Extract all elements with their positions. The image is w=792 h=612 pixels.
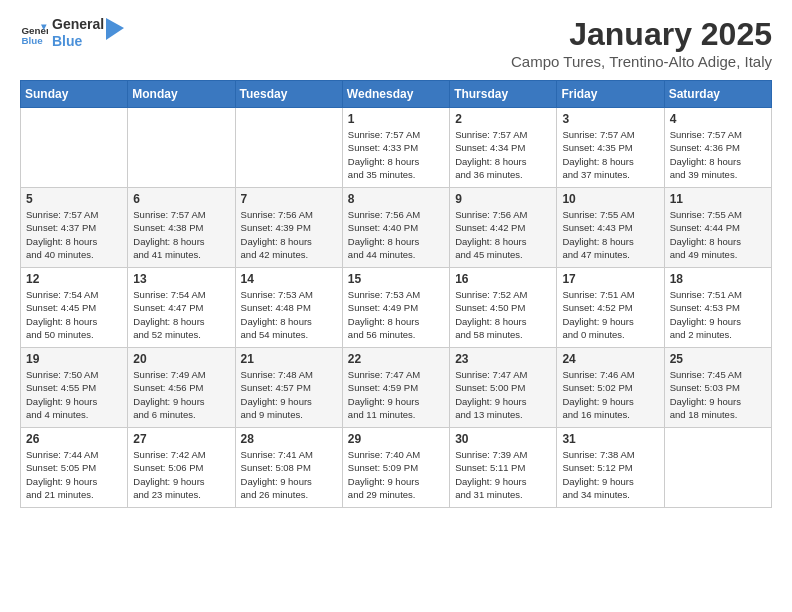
day-info: Sunrise: 7:49 AM Sunset: 4:56 PM Dayligh… (133, 368, 229, 421)
day-info: Sunrise: 7:47 AM Sunset: 5:00 PM Dayligh… (455, 368, 551, 421)
calendar-cell: 4Sunrise: 7:57 AM Sunset: 4:36 PM Daylig… (664, 108, 771, 188)
day-info: Sunrise: 7:48 AM Sunset: 4:57 PM Dayligh… (241, 368, 337, 421)
col-header-tuesday: Tuesday (235, 81, 342, 108)
day-number: 3 (562, 112, 658, 126)
calendar-cell: 16Sunrise: 7:52 AM Sunset: 4:50 PM Dayli… (450, 268, 557, 348)
logo-icon: General Blue (20, 19, 48, 47)
day-number: 30 (455, 432, 551, 446)
day-number: 8 (348, 192, 444, 206)
day-info: Sunrise: 7:51 AM Sunset: 4:52 PM Dayligh… (562, 288, 658, 341)
day-number: 26 (26, 432, 122, 446)
calendar-cell: 5Sunrise: 7:57 AM Sunset: 4:37 PM Daylig… (21, 188, 128, 268)
day-info: Sunrise: 7:54 AM Sunset: 4:47 PM Dayligh… (133, 288, 229, 341)
calendar-cell: 23Sunrise: 7:47 AM Sunset: 5:00 PM Dayli… (450, 348, 557, 428)
svg-marker-3 (106, 18, 124, 40)
day-info: Sunrise: 7:57 AM Sunset: 4:34 PM Dayligh… (455, 128, 551, 181)
calendar-cell: 11Sunrise: 7:55 AM Sunset: 4:44 PM Dayli… (664, 188, 771, 268)
calendar-cell: 8Sunrise: 7:56 AM Sunset: 4:40 PM Daylig… (342, 188, 449, 268)
day-info: Sunrise: 7:57 AM Sunset: 4:38 PM Dayligh… (133, 208, 229, 261)
calendar-cell: 7Sunrise: 7:56 AM Sunset: 4:39 PM Daylig… (235, 188, 342, 268)
day-info: Sunrise: 7:56 AM Sunset: 4:39 PM Dayligh… (241, 208, 337, 261)
header: General Blue General Blue January 2025 C… (20, 16, 772, 70)
day-number: 14 (241, 272, 337, 286)
col-header-sunday: Sunday (21, 81, 128, 108)
col-header-friday: Friday (557, 81, 664, 108)
calendar-cell: 24Sunrise: 7:46 AM Sunset: 5:02 PM Dayli… (557, 348, 664, 428)
day-info: Sunrise: 7:38 AM Sunset: 5:12 PM Dayligh… (562, 448, 658, 501)
day-info: Sunrise: 7:53 AM Sunset: 4:48 PM Dayligh… (241, 288, 337, 341)
day-number: 24 (562, 352, 658, 366)
calendar-cell: 6Sunrise: 7:57 AM Sunset: 4:38 PM Daylig… (128, 188, 235, 268)
day-number: 10 (562, 192, 658, 206)
day-info: Sunrise: 7:39 AM Sunset: 5:11 PM Dayligh… (455, 448, 551, 501)
calendar-week-row: 26Sunrise: 7:44 AM Sunset: 5:05 PM Dayli… (21, 428, 772, 508)
day-info: Sunrise: 7:55 AM Sunset: 4:43 PM Dayligh… (562, 208, 658, 261)
logo-blue: Blue (52, 33, 104, 50)
day-number: 12 (26, 272, 122, 286)
calendar-header-row: SundayMondayTuesdayWednesdayThursdayFrid… (21, 81, 772, 108)
day-info: Sunrise: 7:53 AM Sunset: 4:49 PM Dayligh… (348, 288, 444, 341)
day-number: 18 (670, 272, 766, 286)
day-info: Sunrise: 7:56 AM Sunset: 4:40 PM Dayligh… (348, 208, 444, 261)
calendar-cell: 10Sunrise: 7:55 AM Sunset: 4:43 PM Dayli… (557, 188, 664, 268)
day-number: 21 (241, 352, 337, 366)
calendar-cell: 21Sunrise: 7:48 AM Sunset: 4:57 PM Dayli… (235, 348, 342, 428)
day-number: 17 (562, 272, 658, 286)
day-info: Sunrise: 7:54 AM Sunset: 4:45 PM Dayligh… (26, 288, 122, 341)
calendar-week-row: 5Sunrise: 7:57 AM Sunset: 4:37 PM Daylig… (21, 188, 772, 268)
calendar-week-row: 19Sunrise: 7:50 AM Sunset: 4:55 PM Dayli… (21, 348, 772, 428)
day-number: 4 (670, 112, 766, 126)
day-info: Sunrise: 7:56 AM Sunset: 4:42 PM Dayligh… (455, 208, 551, 261)
day-info: Sunrise: 7:46 AM Sunset: 5:02 PM Dayligh… (562, 368, 658, 421)
day-info: Sunrise: 7:57 AM Sunset: 4:37 PM Dayligh… (26, 208, 122, 261)
logo: General Blue General Blue (20, 16, 124, 50)
calendar-week-row: 1Sunrise: 7:57 AM Sunset: 4:33 PM Daylig… (21, 108, 772, 188)
calendar-cell: 29Sunrise: 7:40 AM Sunset: 5:09 PM Dayli… (342, 428, 449, 508)
day-number: 13 (133, 272, 229, 286)
title-area: January 2025 Campo Tures, Trentino-Alto … (511, 16, 772, 70)
col-header-saturday: Saturday (664, 81, 771, 108)
day-info: Sunrise: 7:50 AM Sunset: 4:55 PM Dayligh… (26, 368, 122, 421)
calendar-cell: 28Sunrise: 7:41 AM Sunset: 5:08 PM Dayli… (235, 428, 342, 508)
logo-triangle-icon (106, 18, 124, 40)
day-number: 19 (26, 352, 122, 366)
calendar-cell: 26Sunrise: 7:44 AM Sunset: 5:05 PM Dayli… (21, 428, 128, 508)
day-info: Sunrise: 7:57 AM Sunset: 4:36 PM Dayligh… (670, 128, 766, 181)
day-info: Sunrise: 7:47 AM Sunset: 4:59 PM Dayligh… (348, 368, 444, 421)
col-header-monday: Monday (128, 81, 235, 108)
logo-general: General (52, 16, 104, 33)
day-info: Sunrise: 7:42 AM Sunset: 5:06 PM Dayligh… (133, 448, 229, 501)
calendar-cell: 13Sunrise: 7:54 AM Sunset: 4:47 PM Dayli… (128, 268, 235, 348)
day-info: Sunrise: 7:40 AM Sunset: 5:09 PM Dayligh… (348, 448, 444, 501)
calendar-cell: 1Sunrise: 7:57 AM Sunset: 4:33 PM Daylig… (342, 108, 449, 188)
calendar-cell: 22Sunrise: 7:47 AM Sunset: 4:59 PM Dayli… (342, 348, 449, 428)
day-number: 23 (455, 352, 551, 366)
calendar-cell: 31Sunrise: 7:38 AM Sunset: 5:12 PM Dayli… (557, 428, 664, 508)
calendar-cell: 27Sunrise: 7:42 AM Sunset: 5:06 PM Dayli… (128, 428, 235, 508)
col-header-thursday: Thursday (450, 81, 557, 108)
calendar-cell: 15Sunrise: 7:53 AM Sunset: 4:49 PM Dayli… (342, 268, 449, 348)
day-number: 2 (455, 112, 551, 126)
col-header-wednesday: Wednesday (342, 81, 449, 108)
day-number: 5 (26, 192, 122, 206)
day-number: 16 (455, 272, 551, 286)
day-info: Sunrise: 7:57 AM Sunset: 4:35 PM Dayligh… (562, 128, 658, 181)
day-number: 7 (241, 192, 337, 206)
day-number: 29 (348, 432, 444, 446)
calendar-cell: 17Sunrise: 7:51 AM Sunset: 4:52 PM Dayli… (557, 268, 664, 348)
day-number: 20 (133, 352, 229, 366)
day-number: 9 (455, 192, 551, 206)
calendar-cell: 25Sunrise: 7:45 AM Sunset: 5:03 PM Dayli… (664, 348, 771, 428)
calendar-cell: 9Sunrise: 7:56 AM Sunset: 4:42 PM Daylig… (450, 188, 557, 268)
day-number: 11 (670, 192, 766, 206)
calendar-table: SundayMondayTuesdayWednesdayThursdayFrid… (20, 80, 772, 508)
day-number: 1 (348, 112, 444, 126)
calendar-cell: 12Sunrise: 7:54 AM Sunset: 4:45 PM Dayli… (21, 268, 128, 348)
day-info: Sunrise: 7:52 AM Sunset: 4:50 PM Dayligh… (455, 288, 551, 341)
calendar-cell (664, 428, 771, 508)
day-info: Sunrise: 7:51 AM Sunset: 4:53 PM Dayligh… (670, 288, 766, 341)
day-number: 31 (562, 432, 658, 446)
day-number: 25 (670, 352, 766, 366)
day-info: Sunrise: 7:45 AM Sunset: 5:03 PM Dayligh… (670, 368, 766, 421)
day-number: 15 (348, 272, 444, 286)
